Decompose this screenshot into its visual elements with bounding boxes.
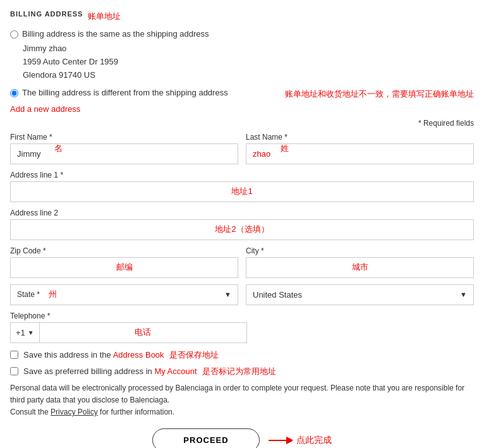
proceed-wrap: PROCEED 点此完成 [10, 428, 474, 448]
first-name-label: First Name * [10, 133, 238, 142]
phone-label: Telephone * [10, 312, 247, 320]
preferred-billing-row: Save as preferred billing address in My … [10, 366, 474, 377]
privacy-text: Personal data will be electronically pro… [10, 382, 474, 419]
proceed-annotation-text: 点此完成 [296, 435, 332, 446]
saved-address-line2: 1959 Auto Center Dr 1959 [23, 56, 474, 69]
city-group: City * 城市 [246, 246, 474, 278]
preferred-billing-label: Save as preferred billing address in My … [23, 366, 197, 376]
arrow-icon [267, 434, 293, 447]
same-address-label[interactable]: Billing address is the same as the shipp… [22, 29, 209, 39]
same-address-option: Billing address is the same as the shipp… [10, 29, 474, 39]
phone-row: +1 ▼ 电话 [10, 322, 247, 343]
add-address-wrap: Add a new address [10, 104, 474, 116]
different-address-radio[interactable] [10, 89, 18, 97]
privacy-main-text: Personal data will be electronically pro… [10, 384, 464, 404]
saved-address-line1: Jimmy zhao [23, 42, 474, 56]
zip-input[interactable] [10, 257, 238, 278]
preferred-billing-annotation: 是否标记为常用地址 [202, 366, 276, 377]
country-select-wrap[interactable]: United States ▼ [246, 284, 474, 305]
country-group: United States ▼ [246, 284, 474, 305]
proceed-annotation-wrap: 点此完成 [267, 434, 332, 447]
save-address-checkbox[interactable] [10, 351, 18, 359]
my-account-link[interactable]: My Account [154, 366, 197, 376]
save-address-label: Save this address in the Address Book [23, 350, 164, 360]
save-address-row: Save this address in the Address Book 是否… [10, 349, 474, 361]
billing-address-header: BILLING ADDRESS 账单地址 [10, 10, 474, 23]
save-address-annotation: 是否保存地址 [169, 349, 219, 361]
state-country-row: State * 州 ▼ United States ▼ [10, 284, 474, 305]
first-name-group: First Name * 名 [10, 133, 238, 164]
phone-code-value: +1 [16, 328, 25, 337]
last-name-input[interactable] [246, 143, 474, 164]
section-title: BILLING ADDRESS [10, 10, 83, 18]
first-name-input[interactable] [10, 143, 238, 164]
different-address-label[interactable]: The billing address is different from th… [22, 88, 228, 97]
state-group: State * 州 ▼ [10, 284, 238, 305]
address1-group: Address line 1 * 地址1 [10, 171, 474, 202]
privacy-after-text: for further information. [98, 408, 174, 416]
required-note: * Required fields [10, 119, 474, 128]
address2-label: Address line 2 [10, 209, 474, 217]
different-address-wrap: The billing address is different from th… [10, 88, 474, 100]
address2-input[interactable] [10, 219, 474, 240]
saved-address-block: Jimmy zhao 1959 Auto Center Dr 1959 Glen… [23, 42, 474, 82]
phone-chevron-icon: ▼ [28, 329, 34, 336]
title-annotation: 账单地址 [88, 11, 121, 22]
phone-code-selector[interactable]: +1 ▼ [11, 323, 40, 342]
proceed-button[interactable]: PROCEED [152, 428, 259, 448]
address2-group: Address line 2 地址2（选填） [10, 209, 474, 240]
zip-label: Zip Code * [10, 246, 238, 255]
city-label: City * [246, 246, 474, 255]
saved-address-line3: Glendora 91740 US [23, 69, 474, 82]
last-name-label: Last Name * [246, 133, 474, 142]
state-select[interactable] [11, 285, 238, 305]
same-address-radio[interactable] [10, 30, 18, 39]
address-book-link[interactable]: Address Book [113, 350, 164, 360]
phone-input[interactable] [40, 323, 246, 342]
name-row: First Name * 名 Last Name * 姓 [10, 133, 474, 164]
address1-input[interactable] [10, 181, 474, 202]
phone-group: Telephone * +1 ▼ 电话 [10, 312, 247, 343]
address1-label: Address line 1 * [10, 171, 474, 179]
country-select[interactable]: United States [246, 285, 473, 305]
city-input[interactable] [246, 257, 474, 278]
privacy-policy-link[interactable]: Privacy Policy [51, 408, 98, 416]
add-address-link[interactable]: Add a new address [10, 104, 80, 114]
last-name-group: Last Name * 姓 [246, 133, 474, 164]
privacy-consult-text: Consult the [10, 408, 51, 416]
preferred-billing-checkbox[interactable] [10, 367, 18, 375]
zip-group: Zip Code * 邮编 [10, 246, 238, 278]
state-select-wrap[interactable]: State * 州 ▼ [10, 284, 238, 305]
zip-city-row: Zip Code * 邮编 City * 城市 [10, 246, 474, 278]
different-address-annotation: 账单地址和收货地址不一致，需要填写正确账单地址 [285, 88, 474, 100]
